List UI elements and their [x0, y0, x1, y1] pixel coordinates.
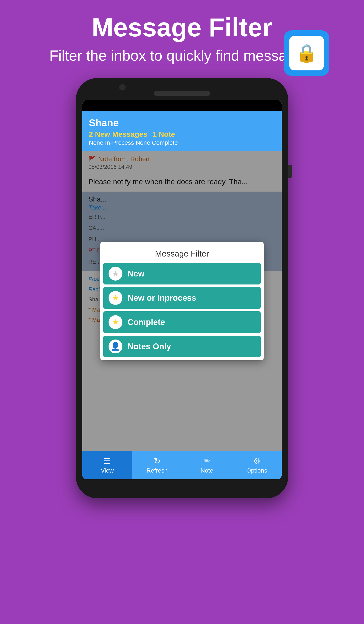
modal-overlay[interactable]: Message Filter ★ New ★ New or Inprocess: [82, 151, 282, 451]
refresh-icon: ↻: [154, 456, 160, 466]
contact-header: Shane 2 New Messages 1 Note None In-Proc…: [82, 111, 282, 151]
nav-item-options[interactable]: ⚙ Options: [232, 451, 282, 479]
lock-icon: 🔒: [296, 43, 317, 63]
contact-subline: None In-Process None Complete: [89, 139, 275, 146]
page-subtitle: Filter the inbox to quickly find message…: [50, 46, 315, 65]
nav-item-refresh[interactable]: ↻ Refresh: [132, 451, 182, 479]
nav-label-refresh: Refresh: [147, 467, 168, 474]
filter-option-notes-only[interactable]: 👤 Notes Only: [103, 336, 261, 357]
nav-label-view: View: [101, 467, 114, 474]
phone-camera: [119, 84, 126, 91]
filter-label-new-inprocess: New or Inprocess: [128, 293, 196, 303]
star-gold-icon-1: ★: [112, 293, 119, 303]
new-messages-stat: 2 New Messages: [89, 130, 147, 138]
app-icon: 🔒: [284, 30, 329, 76]
nav-item-view[interactable]: ☰ View: [82, 451, 132, 479]
new-inprocess-filter-icon: ★: [108, 291, 122, 305]
contact-stats: 2 New Messages 1 Note: [89, 130, 275, 138]
new-filter-icon: ★: [108, 267, 122, 281]
person-icon: 👤: [110, 342, 120, 351]
phone-top-bar: [82, 91, 282, 96]
complete-filter-icon: ★: [108, 315, 122, 329]
filter-option-new-inprocess[interactable]: ★ New or Inprocess: [103, 287, 261, 309]
note-count-stat: 1 Note: [153, 130, 175, 138]
message-area: 🚩 Note from: Robert 05/03/2016 14:49 Ple…: [82, 151, 282, 451]
contact-name: Shane: [89, 117, 275, 129]
filter-label-notes-only: Notes Only: [128, 342, 171, 351]
bottom-nav: ☰ View ↻ Refresh ✏ Note ⚙ Options: [82, 451, 282, 479]
filter-label-complete: Complete: [128, 318, 165, 327]
phone-speaker: [154, 91, 210, 96]
star-gold-icon-2: ★: [112, 318, 119, 327]
phone-frame: Shane 2 New Messages 1 Note None In-Proc…: [76, 78, 288, 498]
view-icon: ☰: [104, 456, 111, 466]
notes-only-filter-icon: 👤: [108, 339, 122, 353]
nav-item-note[interactable]: ✏ Note: [182, 451, 232, 479]
note-icon: ✏: [204, 456, 210, 466]
volume-button: [288, 165, 292, 178]
modal-dialog: Message Filter ★ New ★ New or Inprocess: [100, 242, 264, 360]
filter-label-new: New: [128, 269, 145, 278]
nav-label-options: Options: [246, 467, 267, 474]
filter-option-complete[interactable]: ★ Complete: [103, 311, 261, 333]
filter-option-new[interactable]: ★ New: [103, 263, 261, 285]
app-icon-inner: 🔒: [289, 36, 324, 70]
options-icon: ⚙: [253, 456, 260, 466]
nav-label-note: Note: [200, 467, 213, 474]
star-white-icon: ★: [112, 269, 119, 278]
phone-screen: Shane 2 New Messages 1 Note None In-Proc…: [82, 100, 282, 479]
page-title: Message Filter: [50, 13, 315, 42]
modal-title: Message Filter: [100, 242, 264, 263]
page-header: Message Filter Filter the inbox to quick…: [41, 0, 323, 74]
status-bar: [82, 100, 282, 111]
